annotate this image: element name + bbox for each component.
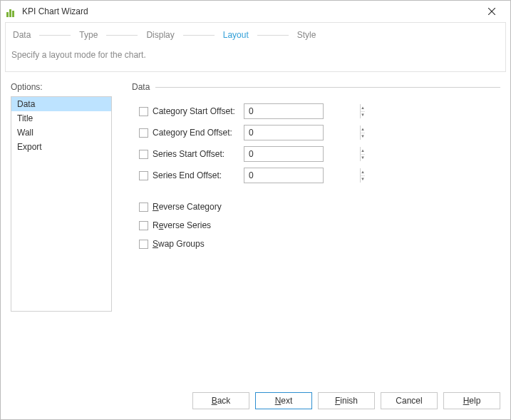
next-button[interactable]: Next xyxy=(255,392,312,409)
section-header: Data xyxy=(132,82,500,92)
wizard-header: Data Type Display Layout Style Specify a… xyxy=(5,22,506,72)
cancel-button[interactable]: Cancel xyxy=(381,392,438,409)
row-reverse-category: Reverse Category xyxy=(139,198,500,216)
spin-series-end-offset[interactable]: ▲▼ xyxy=(244,168,324,183)
spin-down-icon[interactable]: ▼ xyxy=(361,176,365,183)
section-title: Data xyxy=(132,82,150,92)
close-icon xyxy=(488,8,495,15)
options-pane: Options: Data Title Wall Export xyxy=(11,82,112,385)
checkbox-category-start-offset[interactable] xyxy=(139,107,148,116)
checkbox-swap-groups[interactable] xyxy=(139,240,148,249)
step-separator xyxy=(183,35,215,36)
label-reverse-category: Reverse Category xyxy=(153,202,222,212)
option-title[interactable]: Title xyxy=(11,111,111,126)
label-category-start-offset: Category Start Offset: xyxy=(153,106,244,116)
spin-series-start-offset[interactable]: ▲▼ xyxy=(244,146,324,162)
checkbox-reverse-category[interactable] xyxy=(139,203,148,212)
option-export[interactable]: Export xyxy=(11,140,111,154)
input-category-start-offset[interactable] xyxy=(244,104,360,118)
close-button[interactable] xyxy=(479,1,505,21)
row-series-start-offset: Series Start Offset: ▲▼ xyxy=(139,143,500,165)
content-pane: Data Category Start Offset: ▲▼ Category … xyxy=(132,82,500,385)
row-category-end-offset: Category End Offset: ▲▼ xyxy=(139,122,500,143)
checkbox-series-end-offset[interactable] xyxy=(139,171,148,180)
label-reverse-series: Reverse Series xyxy=(153,220,211,230)
body: Options: Data Title Wall Export Data Cat… xyxy=(1,72,510,385)
input-series-end-offset[interactable] xyxy=(244,168,360,183)
options-label: Options: xyxy=(11,82,112,92)
label-series-start-offset: Series Start Offset: xyxy=(153,149,244,159)
row-swap-groups: Swap Groups xyxy=(139,235,500,253)
input-category-end-offset[interactable] xyxy=(244,126,360,140)
step-type[interactable]: Type xyxy=(78,30,99,40)
step-style[interactable]: Style xyxy=(296,30,318,40)
step-separator xyxy=(257,35,289,36)
checkbox-category-end-offset[interactable] xyxy=(139,128,148,138)
spin-up-icon[interactable]: ▲ xyxy=(361,147,365,155)
row-category-start-offset: Category Start Offset: ▲▼ xyxy=(139,101,500,122)
step-instruction: Specify a layout mode for the chart. xyxy=(11,50,500,60)
option-wall[interactable]: Wall xyxy=(11,126,111,140)
step-separator xyxy=(39,35,71,36)
help-button[interactable]: Help xyxy=(443,392,500,409)
row-reverse-series: Reverse Series xyxy=(139,216,500,235)
spin-category-start-offset[interactable]: ▲▼ xyxy=(244,103,324,119)
spin-category-end-offset[interactable]: ▲▼ xyxy=(244,125,324,140)
label-swap-groups: Swap Groups xyxy=(153,239,205,249)
spin-down-icon[interactable]: ▼ xyxy=(361,155,365,162)
row-series-end-offset: Series End Offset: ▲▼ xyxy=(139,165,500,186)
finish-button[interactable]: Finish xyxy=(318,392,375,409)
step-separator xyxy=(106,35,138,36)
spin-down-icon[interactable]: ▼ xyxy=(361,112,365,119)
label-series-end-offset: Series End Offset: xyxy=(153,170,244,180)
checkbox-reverse-series[interactable] xyxy=(139,221,148,230)
spin-up-icon[interactable]: ▲ xyxy=(361,104,365,112)
back-button[interactable]: Back xyxy=(192,392,249,409)
checkbox-series-start-offset[interactable] xyxy=(139,150,148,159)
wizard-steps: Data Type Display Layout Style xyxy=(11,30,500,40)
spin-up-icon[interactable]: ▲ xyxy=(361,126,365,133)
button-bar: Back Next Finish Cancel Help xyxy=(1,385,510,419)
option-data[interactable]: Data xyxy=(11,97,111,111)
spin-up-icon[interactable]: ▲ xyxy=(361,168,365,176)
titlebar: KPI Chart Wizard xyxy=(1,1,510,22)
step-layout[interactable]: Layout xyxy=(222,30,250,40)
section-rule xyxy=(155,87,500,88)
input-series-start-offset[interactable] xyxy=(244,147,360,161)
window-title: KPI Chart Wizard xyxy=(22,6,88,16)
step-data[interactable]: Data xyxy=(11,30,32,40)
step-display[interactable]: Display xyxy=(145,30,175,40)
spin-down-icon[interactable]: ▼ xyxy=(361,133,365,140)
options-list[interactable]: Data Title Wall Export xyxy=(11,96,112,312)
app-icon xyxy=(6,6,18,17)
label-category-end-offset: Category End Offset: xyxy=(153,128,244,138)
